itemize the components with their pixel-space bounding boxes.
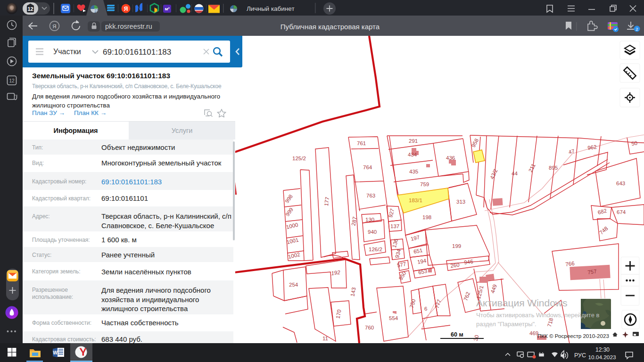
svg-text:137: 137 [390,223,399,229]
svg-text:125/2: 125/2 [292,156,306,161]
svg-text:м²: м² [165,6,169,11]
svg-text:946: 946 [464,258,474,265]
svg-text:12:30: 12:30 [595,346,610,353]
svg-text:950: 950 [398,271,407,281]
svg-text:pkk.rosreestr.ru: pkk.rosreestr.ru [105,23,152,30]
svg-text:69:10:0161101:183: 69:10:0161101:183 [103,48,171,57]
svg-text:ПКК © Росреестр 2010-2023: ПКК © Росреестр 2010-2023 [537,333,609,339]
svg-text:192: 192 [331,269,341,276]
svg-text:291: 291 [409,138,418,144]
svg-text:260: 260 [450,262,460,269]
svg-text:198: 198 [422,214,431,220]
svg-text:653: 653 [418,268,428,275]
svg-text:Личный кабинет: Личный кабинет [247,5,295,12]
svg-text:750: 750 [409,298,417,309]
svg-text:766: 766 [565,260,575,267]
svg-text:60 м: 60 м [451,331,463,338]
svg-text:126/2: 126/2 [369,247,382,252]
svg-text:434: 434 [408,152,417,157]
svg-text:47: 47 [568,148,575,155]
svg-text:748: 748 [598,225,609,236]
svg-text:940: 940 [368,229,377,235]
svg-text:Публичная кадастровая карта: Публичная кадастровая карта [281,23,380,31]
svg-text:763: 763 [366,193,375,198]
svg-text:211: 211 [528,163,537,173]
svg-text:554: 554 [389,315,398,321]
svg-text:Участки: Участки [53,48,81,56]
svg-text:759: 759 [420,181,429,187]
svg-text:12: 12 [27,6,33,12]
svg-text:449: 449 [490,284,498,294]
svg-text:313: 313 [456,199,465,205]
svg-text:927: 927 [388,208,396,218]
svg-text:Я: Я [52,24,56,29]
svg-text:W: W [53,350,58,355]
svg-text:761: 761 [357,140,366,146]
svg-text:895: 895 [549,165,558,171]
svg-text:43/2: 43/2 [489,168,498,180]
svg-text:12: 12 [9,78,15,83]
svg-text:130: 130 [365,217,374,222]
svg-text:44: 44 [512,171,518,176]
svg-text:999: 999 [284,206,294,217]
svg-text:651: 651 [413,247,423,255]
svg-text:762: 762 [462,291,471,302]
svg-text:760: 760 [365,325,374,330]
svg-text:962: 962 [587,144,597,151]
svg-text:287: 287 [350,216,357,226]
svg-text:435: 435 [409,169,418,174]
svg-text:6: 6 [424,306,427,312]
svg-text:199: 199 [452,243,461,249]
svg-text:Я: Я [124,6,128,12]
svg-text:1000: 1000 [286,222,299,230]
svg-text:183/1: 183/1 [409,197,422,203]
svg-text:577: 577 [396,261,406,268]
svg-text:197: 197 [410,234,420,242]
svg-text:РУС: РУС [574,352,586,359]
svg-text:958: 958 [471,138,480,148]
svg-text:254: 254 [289,282,298,288]
svg-text:2: 2 [636,26,638,32]
svg-text:11: 11 [322,336,328,341]
svg-text:436: 436 [446,155,455,161]
svg-text:10.04.2023: 10.04.2023 [588,354,616,361]
svg-text:170: 170 [335,309,342,319]
svg-text:177: 177 [323,197,330,206]
svg-text:194: 194 [417,258,427,265]
svg-text:682: 682 [597,208,608,215]
svg-text:30: 30 [473,334,480,341]
svg-text:764: 764 [363,165,372,170]
svg-text:998: 998 [284,193,294,204]
svg-text:143: 143 [349,287,356,297]
